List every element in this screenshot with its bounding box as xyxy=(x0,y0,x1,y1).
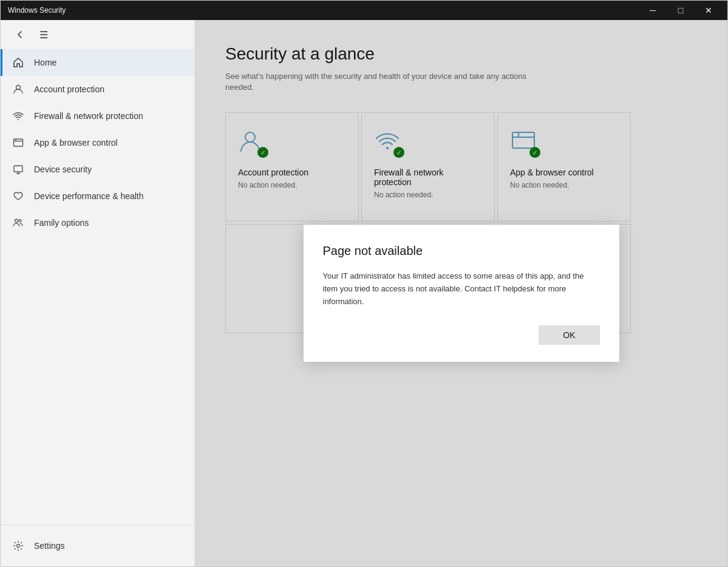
sidebar-item-device-security-label: Device security xyxy=(34,165,92,174)
heart-icon xyxy=(12,190,24,202)
sidebar-item-firewall[interactable]: Firewall & network protection xyxy=(1,103,194,129)
titlebar-title: Windows Security xyxy=(8,6,66,15)
svg-point-1 xyxy=(18,119,19,120)
sidebar-item-settings[interactable]: Settings xyxy=(1,532,194,559)
wifi-icon xyxy=(12,110,24,122)
device-icon xyxy=(12,163,24,175)
svg-rect-2 xyxy=(14,139,23,146)
family-icon xyxy=(12,217,24,229)
sidebar-item-account-label: Account protection xyxy=(34,84,104,94)
svg-point-9 xyxy=(19,220,21,222)
person-icon xyxy=(12,83,24,95)
dialog-actions: OK xyxy=(323,325,600,345)
sidebar-bottom: Settings xyxy=(1,525,194,566)
sidebar-settings-label: Settings xyxy=(34,541,65,551)
dialog-ok-button[interactable]: OK xyxy=(539,325,599,345)
sidebar-item-home-label: Home xyxy=(34,58,56,67)
sidebar-item-app-browser[interactable]: App & browser control xyxy=(1,129,194,156)
titlebar: Windows Security ─ □ ✕ xyxy=(1,1,727,20)
nav-items: Home Account protection xyxy=(1,49,194,525)
sidebar-item-app-browser-label: App & browser control xyxy=(34,138,118,148)
sidebar-item-account-protection[interactable]: Account protection xyxy=(1,76,194,103)
dialog-overlay: Page not available Your IT administrator… xyxy=(195,20,727,566)
sidebar-item-home[interactable]: Home xyxy=(1,49,194,76)
sidebar-item-family[interactable]: Family options xyxy=(1,209,194,236)
minimize-button[interactable]: ─ xyxy=(639,1,667,20)
sidebar-item-firewall-label: Firewall & network protection xyxy=(34,111,143,121)
main-content: Security at a glance See what's happenin… xyxy=(195,20,727,566)
svg-point-10 xyxy=(17,545,20,548)
home-icon xyxy=(12,56,24,69)
gear-icon xyxy=(12,540,24,552)
titlebar-controls: ─ □ ✕ xyxy=(639,1,723,20)
svg-point-8 xyxy=(15,219,18,222)
sidebar-item-device-health[interactable]: Device performance & health xyxy=(1,183,194,209)
back-button[interactable] xyxy=(10,25,30,44)
browser-icon xyxy=(12,137,24,149)
app-body: ☰ Home xyxy=(1,20,727,566)
sidebar: ☰ Home xyxy=(1,20,195,566)
dialog-title: Page not available xyxy=(323,244,600,258)
sidebar-item-family-label: Family options xyxy=(34,218,89,228)
sidebar-top: ☰ xyxy=(1,20,194,49)
dialog: Page not available Your IT administrator… xyxy=(304,225,619,361)
hamburger-icon[interactable]: ☰ xyxy=(39,29,48,41)
svg-rect-5 xyxy=(14,166,22,172)
dialog-message: Your IT administrator has limited access… xyxy=(323,270,600,308)
sidebar-item-device-security[interactable]: Device security xyxy=(1,156,194,183)
maximize-button[interactable]: □ xyxy=(667,1,695,20)
windows-security-window: Windows Security ─ □ ✕ ☰ xyxy=(0,0,728,567)
close-button[interactable]: ✕ xyxy=(695,1,723,20)
sidebar-item-device-health-label: Device performance & health xyxy=(34,191,144,201)
